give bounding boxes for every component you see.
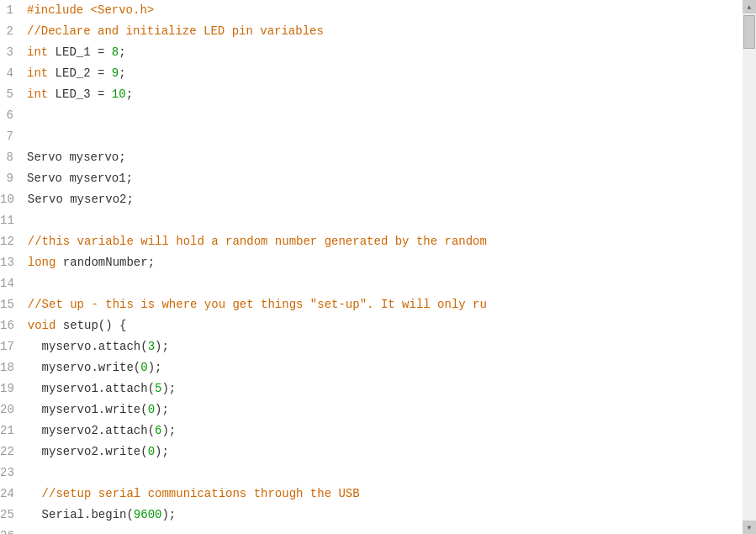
line-code[interactable]: long randomNumber;: [28, 252, 743, 273]
line-code[interactable]: myservo2.write(0);: [28, 441, 743, 463]
line-code[interactable]: int LED_3 = 10;: [27, 84, 743, 105]
scrollbar-track[interactable]: [743, 13, 756, 521]
code-line: 2//Declare and initialize LED pin variab…: [0, 21, 743, 42]
code-line: 20 myservo1.write(0);: [0, 399, 743, 420]
line-number: 18: [0, 357, 28, 378]
line-code[interactable]: Servo myservo1;: [27, 168, 743, 189]
code-token: );: [155, 340, 169, 353]
line-number: 2: [0, 21, 27, 42]
code-token: //this variable will hold a random numbe…: [28, 235, 487, 248]
line-code[interactable]: Servo myservo2;: [28, 189, 743, 210]
code-token: );: [161, 508, 176, 521]
line-number: 19: [0, 378, 28, 399]
line-code[interactable]: int LED_1 = 8;: [27, 42, 743, 63]
line-code[interactable]: //Set up - this is where you get things …: [28, 294, 743, 315]
code-token: );: [161, 424, 176, 437]
code-line: 13long randomNumber;: [0, 252, 743, 273]
line-number: 14: [0, 273, 28, 294]
line-number: 12: [0, 231, 28, 252]
code-token: myservo2.attach(: [28, 424, 155, 437]
code-token: 8: [112, 45, 119, 59]
line-number: 5: [0, 84, 27, 105]
scroll-up-button[interactable]: ▲: [743, 0, 756, 13]
code-token: 3: [148, 340, 155, 353]
code-line: 24 //setup serial communications through…: [0, 484, 743, 505]
code-token: myservo2.write(: [28, 445, 148, 458]
line-code[interactable]: Servo myservo;: [27, 147, 743, 168]
line-number: 1: [0, 0, 27, 21]
line-code[interactable]: //Declare and initialize LED pin variabl…: [27, 21, 743, 42]
line-number: 24: [0, 484, 28, 505]
line-code[interactable]: [28, 463, 743, 484]
line-code[interactable]: [28, 273, 743, 294]
line-code[interactable]: #include <Servo.h>: [27, 0, 743, 21]
code-token: LED_1 =: [48, 45, 112, 59]
code-line: 17 myservo.attach(3);: [0, 336, 743, 357]
line-code[interactable]: void setup() {: [28, 315, 743, 336]
code-token: 9: [112, 66, 119, 80]
line-code[interactable]: int LED_2 = 9;: [27, 63, 743, 84]
code-token: randomNumber;: [56, 256, 155, 269]
code-token: int: [27, 87, 48, 101]
line-code[interactable]: myservo.attach(3);: [28, 336, 743, 357]
code-token: ;: [119, 45, 125, 59]
code-token: //setup serial communications through th…: [28, 487, 360, 500]
line-code[interactable]: myservo.write(0);: [28, 357, 743, 378]
line-number: 21: [0, 420, 28, 441]
line-number: 15: [0, 294, 28, 315]
code-token: setup() {: [56, 319, 126, 332]
code-token: //Declare and initialize LED pin variabl…: [27, 24, 324, 38]
line-code[interactable]: myservo1.attach(5);: [28, 378, 743, 399]
code-token: long: [28, 256, 56, 269]
line-number: 20: [0, 399, 28, 420]
line-number: 4: [0, 63, 27, 84]
code-line: 8Servo myservo;: [0, 147, 743, 168]
code-token: Servo myservo1;: [27, 172, 133, 185]
code-line: 21 myservo2.attach(6);: [0, 420, 743, 441]
line-number: 6: [0, 105, 27, 126]
code-line: 22 myservo2.write(0);: [0, 441, 743, 463]
code-line: 5int LED_3 = 10;: [0, 84, 743, 105]
line-code[interactable]: myservo2.attach(6);: [28, 420, 743, 441]
code-line: 16void setup() {: [0, 315, 743, 336]
line-number: 16: [0, 315, 28, 336]
code-token: myservo.write(: [28, 361, 140, 374]
code-token: 0: [148, 445, 155, 458]
line-code[interactable]: [28, 210, 743, 231]
code-line: 10Servo myservo2;: [0, 189, 743, 210]
line-number: 26: [0, 526, 28, 534]
code-line: 7: [0, 126, 743, 147]
line-code[interactable]: [27, 105, 743, 126]
line-number: 11: [0, 210, 28, 231]
line-number: 23: [0, 463, 28, 484]
code-token: myservo1.write(: [28, 403, 148, 416]
line-number: 9: [0, 168, 27, 189]
scrollbar[interactable]: ▲ ▼: [743, 0, 756, 534]
code-token: int: [27, 66, 48, 80]
line-code[interactable]: [27, 126, 743, 147]
code-line: 26: [0, 526, 743, 534]
scrollbar-thumb[interactable]: [743, 15, 755, 49]
code-line: 23: [0, 463, 743, 484]
code-token: //Set up - this is where you get things …: [28, 298, 487, 311]
scroll-down-button[interactable]: ▼: [743, 521, 756, 534]
code-token: void: [28, 319, 56, 332]
code-token: );: [161, 382, 176, 395]
line-code[interactable]: //setup serial communications through th…: [28, 484, 743, 505]
code-token: 9600: [134, 508, 162, 521]
code-line: 11: [0, 210, 743, 231]
line-number: 8: [0, 147, 27, 168]
code-token: #include <Servo.h>: [27, 3, 154, 17]
code-line: 19 myservo1.attach(5);: [0, 378, 743, 399]
code-line: 18 myservo.write(0);: [0, 357, 743, 378]
code-line: 4int LED_2 = 9;: [0, 63, 743, 84]
line-code[interactable]: Serial.begin(9600);: [28, 505, 743, 526]
code-area: 1#include <Servo.h>2//Declare and initia…: [0, 0, 743, 534]
code-token: );: [155, 445, 169, 458]
line-code[interactable]: //this variable will hold a random numbe…: [28, 231, 743, 252]
line-code[interactable]: [28, 526, 743, 534]
line-number: 3: [0, 42, 27, 63]
line-code[interactable]: myservo1.write(0);: [28, 399, 743, 420]
code-token: 0: [140, 361, 147, 374]
code-token: LED_2 =: [48, 66, 112, 80]
